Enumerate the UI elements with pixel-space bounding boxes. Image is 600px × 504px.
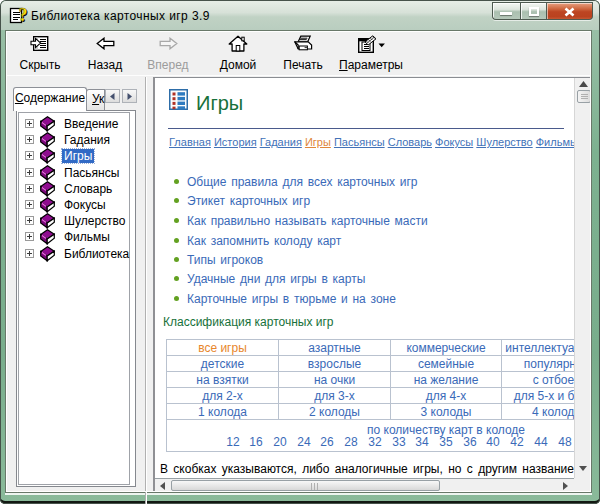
svg-text:?: ? <box>19 5 28 25</box>
